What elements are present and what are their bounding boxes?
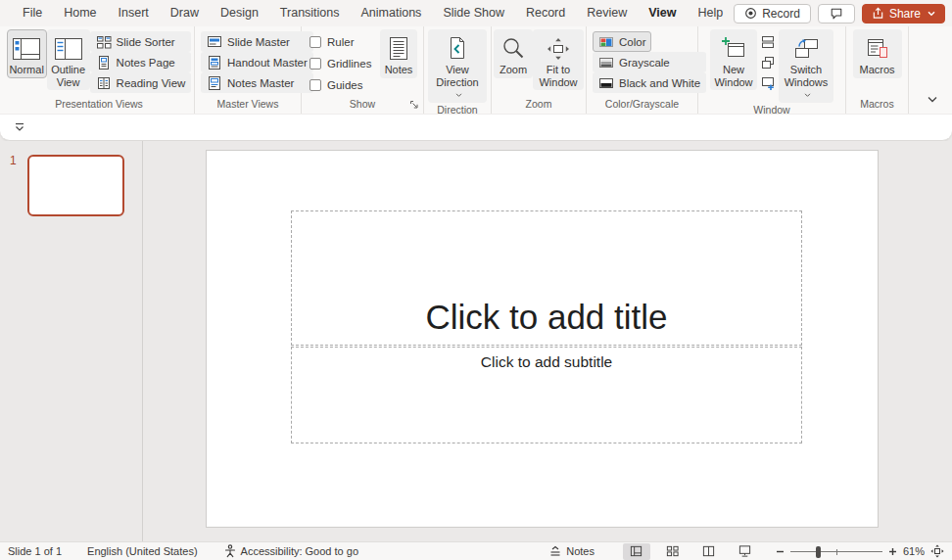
tab-help[interactable]: Help — [687, 0, 734, 26]
fit-slide-icon — [930, 544, 944, 558]
normal-view-status-icon — [629, 544, 643, 558]
accessibility-checker[interactable]: Accessibility: Good to go — [223, 544, 358, 558]
switch-windows-button[interactable]: Switch Windows — [779, 29, 833, 103]
subtitle-placeholder[interactable]: Click to add subtitle — [291, 347, 802, 443]
zoom-slider[interactable] — [790, 545, 882, 558]
black-and-white-button[interactable]: Black and White — [593, 72, 706, 93]
slide[interactable]: Click to add title Click to add subtitle — [206, 150, 879, 528]
show-dialog-launcher-icon[interactable] — [408, 99, 420, 111]
ruler-checkbox[interactable] — [309, 36, 321, 48]
slide-number: 1 — [10, 154, 17, 167]
tab-draw[interactable]: Draw — [160, 0, 210, 26]
notes-page-label: Notes Page — [117, 57, 175, 69]
normal-view-icon — [12, 34, 41, 64]
slide-sorter-status-icon — [665, 544, 680, 558]
switch-windows-label: Switch Windows — [782, 64, 831, 101]
tab-review[interactable]: Review — [576, 0, 638, 26]
color-button[interactable]: Color — [593, 31, 651, 52]
reading-view-status-button[interactable] — [695, 543, 723, 560]
collapse-ribbon-button[interactable] — [927, 96, 938, 104]
macros-button[interactable]: Macros — [853, 29, 902, 78]
fit-to-window-button[interactable]: Fit to Window — [533, 29, 584, 90]
group-show: Ruler Gridlines Guides Notes — [302, 26, 424, 114]
macros-button-label: Macros — [859, 64, 894, 76]
slide-sorter-label: Slide Sorter — [117, 36, 175, 48]
slide-show-status-button[interactable] — [732, 543, 759, 560]
tab-home[interactable]: Home — [53, 0, 107, 26]
gridlines-label: Gridlines — [327, 58, 371, 70]
tab-file[interactable]: File — [12, 0, 53, 26]
black-and-white-icon — [598, 75, 614, 91]
share-button[interactable]: Share — [862, 4, 945, 23]
tab-slide-show[interactable]: Slide Show — [432, 0, 515, 26]
presentation-views-small-buttons: Slide Sorter Notes Page Reading View — [90, 29, 192, 93]
tab-view[interactable]: View — [638, 0, 687, 26]
tab-animations[interactable]: Animations — [351, 0, 433, 26]
group-direction: View Direction Direction — [424, 26, 492, 114]
new-window-button[interactable]: New Window — [710, 29, 757, 90]
group-label-color-grayscale: Color/Grayscale — [589, 97, 695, 114]
record-button-label: Record — [762, 7, 800, 21]
accessibility-icon — [223, 544, 237, 558]
language-indicator[interactable]: English (United States) — [87, 545, 198, 557]
normal-view-label: Normal — [9, 64, 43, 76]
notes-button[interactable]: Notes — [380, 29, 417, 78]
normal-view-status-button[interactable] — [623, 543, 650, 560]
arrange-all-icon — [760, 34, 776, 50]
notes-page-button[interactable]: Notes Page — [90, 52, 192, 72]
title-placeholder[interactable]: Click to add title — [291, 210, 802, 346]
normal-view-button[interactable]: Normal — [7, 29, 47, 78]
group-label-zoom: Zoom — [494, 97, 584, 114]
gridlines-checkbox[interactable] — [309, 58, 321, 70]
fit-slide-to-window-button[interactable] — [930, 544, 944, 558]
fit-to-window-label: Fit to Window — [536, 64, 581, 88]
notes-toggle-label: Notes — [566, 545, 595, 557]
slide-master-button[interactable]: Slide Master — [201, 31, 313, 52]
slide-master-icon — [207, 34, 222, 50]
slide-sorter-icon — [96, 34, 112, 50]
workspace: 1 Click to add title Click to add subtit… — [0, 141, 952, 541]
tab-design[interactable]: Design — [210, 0, 269, 26]
tab-transitions[interactable]: Transitions — [269, 0, 351, 26]
zoom-out-button[interactable] — [776, 547, 785, 556]
notes-master-label: Notes Master — [227, 77, 294, 89]
arrange-all-button[interactable] — [757, 31, 779, 52]
outline-view-label: Outline View — [50, 64, 87, 88]
chevron-down-icon — [928, 11, 935, 17]
cascade-windows-button[interactable] — [757, 52, 779, 72]
notes-toggle-button[interactable]: Notes — [548, 545, 595, 558]
outline-view-button[interactable]: Outline View — [47, 29, 90, 90]
group-label-master-views: Master Views — [197, 97, 299, 114]
record-button[interactable]: Record — [734, 4, 811, 23]
grayscale-button[interactable]: Grayscale — [593, 52, 706, 72]
handout-master-icon — [207, 55, 222, 70]
zoom-in-button[interactable] — [888, 547, 897, 556]
group-macros: Macros Macros — [846, 26, 909, 114]
ribbon-pin-button[interactable] — [14, 122, 25, 133]
handout-master-button[interactable]: Handout Master — [201, 52, 313, 72]
gridlines-checkbox-row[interactable]: Gridlines — [309, 53, 374, 74]
slide-sorter-button[interactable]: Slide Sorter — [90, 31, 192, 52]
zoom-slider-thumb[interactable] — [816, 546, 821, 558]
reading-view-button[interactable]: Reading View — [90, 72, 192, 93]
view-direction-button[interactable]: View Direction — [428, 29, 487, 103]
reading-view-label: Reading View — [117, 77, 186, 89]
notes-icon — [386, 34, 411, 64]
guides-checkbox-row[interactable]: Guides — [309, 74, 374, 96]
notes-master-button[interactable]: Notes Master — [201, 72, 313, 93]
zoom-icon — [500, 34, 526, 64]
color-label: Color — [619, 36, 645, 48]
move-split-button[interactable] — [757, 72, 779, 93]
tab-record[interactable]: Record — [515, 0, 576, 26]
slide-thumbnail[interactable] — [27, 155, 124, 216]
zoom-percentage-button[interactable]: 61% — [903, 545, 925, 557]
tab-insert[interactable]: Insert — [108, 0, 160, 26]
slide-sorter-status-button[interactable] — [659, 543, 687, 560]
guides-checkbox[interactable] — [309, 79, 321, 91]
comments-button[interactable] — [818, 4, 855, 23]
ruler-checkbox-row[interactable]: Ruler — [309, 31, 374, 53]
zoom-button[interactable]: Zoom — [494, 29, 533, 78]
group-label-macros: Macros — [848, 97, 906, 114]
new-window-label: New Window — [713, 64, 754, 88]
slide-counter[interactable]: Slide 1 of 1 — [8, 545, 62, 557]
